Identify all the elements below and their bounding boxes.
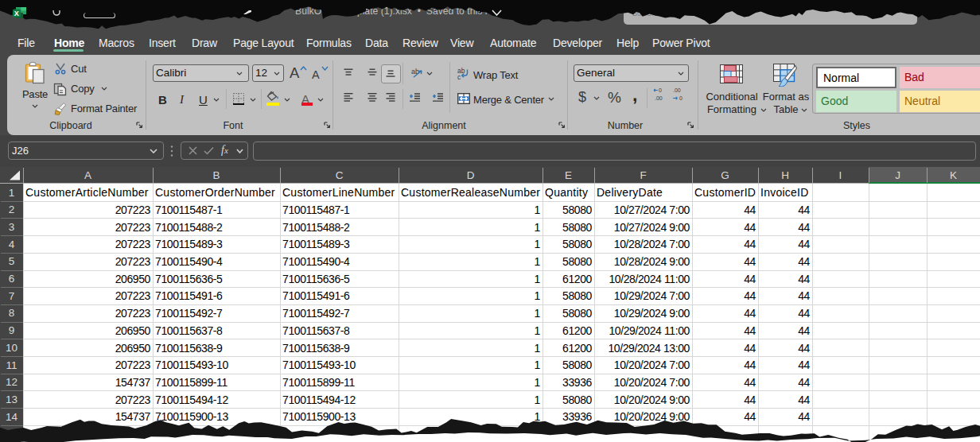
svg-text:X: X — [14, 10, 19, 17]
